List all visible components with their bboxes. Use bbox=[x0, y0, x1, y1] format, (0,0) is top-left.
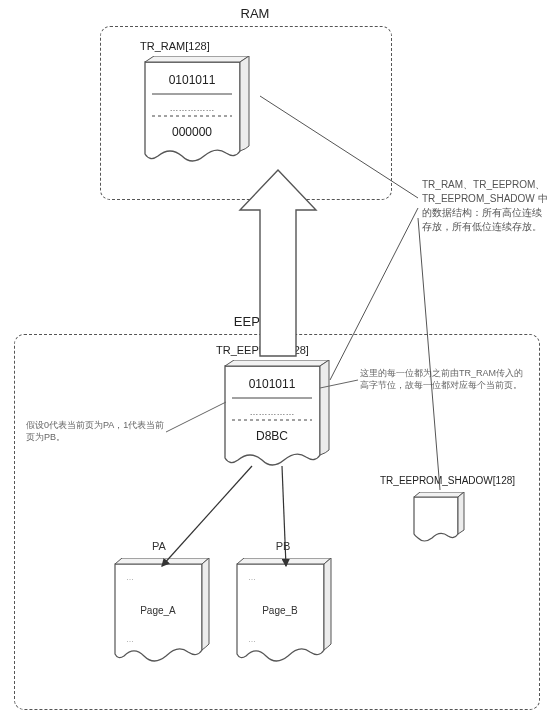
connector-midnote-to-eeprom bbox=[320, 380, 358, 388]
diagram-stage: RAM TR_RAM[128] 0101011 …………… 000000 EEP… bbox=[0, 0, 560, 723]
connectors-svg bbox=[0, 0, 560, 723]
connector-note-to-eeprom bbox=[330, 208, 418, 380]
arrow-to-pb bbox=[282, 466, 286, 566]
connector-note-to-shadow bbox=[418, 218, 440, 490]
arrow-to-pa bbox=[162, 466, 252, 566]
big-arrow-eeprom-to-ram bbox=[240, 170, 316, 356]
connector-leftnote-to-eeprom bbox=[166, 402, 226, 432]
